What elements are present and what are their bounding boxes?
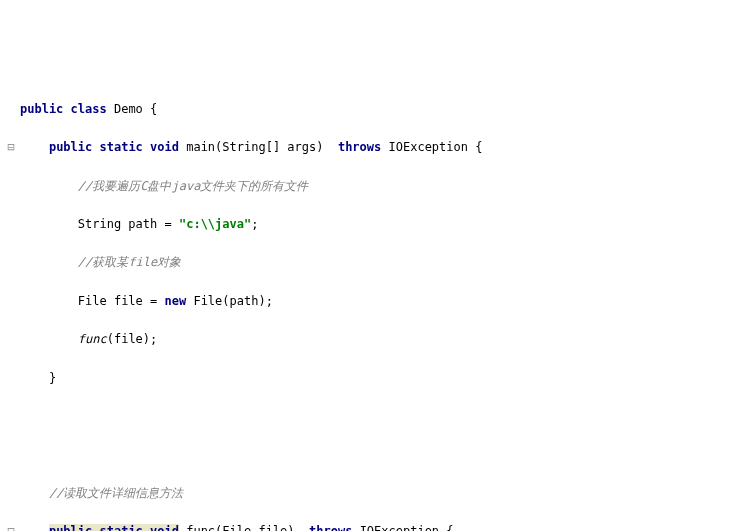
- code-line: String path = "c:\\java";: [0, 215, 734, 234]
- code-line: //我要遍历C盘中java文件夹下的所有文件: [0, 177, 734, 196]
- code-line: ⊟ public static void main(String[] args)…: [0, 138, 734, 157]
- code-line: public class Demo {: [0, 100, 734, 119]
- code-line: File file = new File(path);: [0, 292, 734, 311]
- code-line: [0, 407, 734, 426]
- code-line: ⊟ public static void func(File file) thr…: [0, 522, 734, 531]
- code-line: func(file);: [0, 330, 734, 349]
- fold-icon[interactable]: ⊟: [2, 138, 20, 157]
- code-line: //读取文件详细信息方法: [0, 484, 734, 503]
- code-line: //获取某file对象: [0, 253, 734, 272]
- code-editor[interactable]: public class Demo { ⊟ public static void…: [0, 81, 734, 531]
- code-line: }: [0, 369, 734, 388]
- fold-icon[interactable]: ⊟: [2, 522, 20, 531]
- code-line: [0, 445, 734, 464]
